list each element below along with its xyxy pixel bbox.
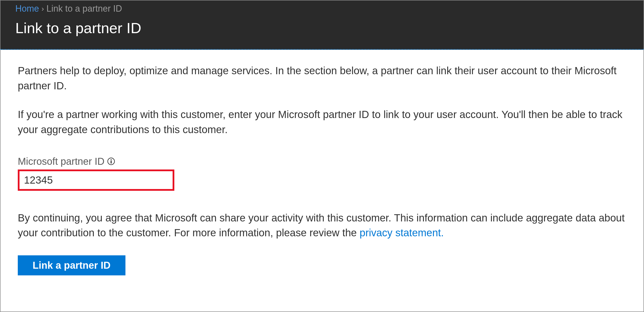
agreement-prefix: By continuing, you agree that Microsoft … <box>18 212 625 239</box>
page-title: Link to a partner ID <box>0 16 644 49</box>
link-partner-id-button[interactable]: Link a partner ID <box>18 255 126 275</box>
header-band: Home › Link to a partner ID Link to a pa… <box>0 1 644 50</box>
content-area: Partners help to deploy, optimize and ma… <box>0 50 644 288</box>
info-icon[interactable] <box>108 158 115 165</box>
agreement-text: By continuing, you agree that Microsoft … <box>18 211 626 241</box>
partner-id-label: Microsoft partner ID <box>18 156 104 167</box>
page-container: Home › Link to a partner ID Link to a pa… <box>0 0 644 312</box>
intro-paragraph-1: Partners help to deploy, optimize and ma… <box>18 63 626 94</box>
svg-rect-2 <box>111 161 112 164</box>
chevron-right-icon: › <box>42 5 44 13</box>
svg-point-1 <box>111 159 112 161</box>
breadcrumb-home-link[interactable]: Home <box>15 4 39 14</box>
privacy-statement-link[interactable]: privacy statement. <box>360 227 444 239</box>
intro-paragraph-2: If you're a partner working with this cu… <box>18 107 626 137</box>
partner-id-input[interactable] <box>20 171 172 189</box>
breadcrumb: Home › Link to a partner ID <box>0 1 644 16</box>
breadcrumb-current: Link to a partner ID <box>46 4 122 14</box>
partner-id-input-highlight <box>18 170 174 191</box>
field-label-row: Microsoft partner ID <box>18 156 626 167</box>
